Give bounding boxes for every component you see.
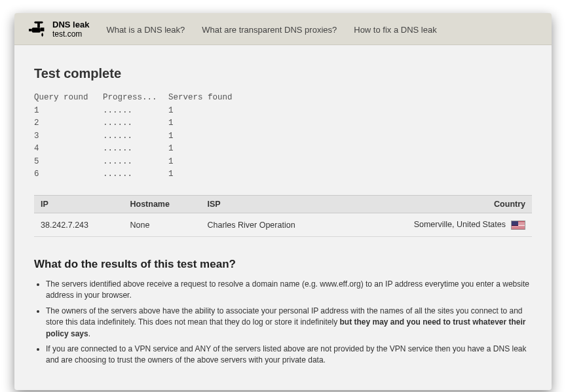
faucet-icon [29,18,48,41]
col-header-found: Servers found [168,93,233,102]
round-servers-found: 1 [168,105,174,117]
table-row: 38.242.7.243NoneCharles River OperationS… [34,213,532,237]
explain-text: The servers identified above receive a r… [46,279,529,300]
progress-row: 3......1 [34,130,532,143]
results-table: IP Hostname ISP Country 38.242.7.243None… [34,195,532,237]
col-header-progress: Progress... [103,93,168,102]
top-nav: DNS leak test.com What is a DNS leak? Wh… [14,13,552,45]
cell-country: Somerville, United States [349,213,532,237]
progress-row: 1......1 [34,105,532,117]
progress-row: 5......1 [34,156,532,168]
round-progress: ...... [103,130,168,143]
th-isp: ISP [201,196,349,213]
flag-icon [511,221,525,230]
cell-hostname: None [123,213,200,237]
list-item: The owners of the servers above have the… [46,306,532,340]
round-number: 5 [34,156,103,168]
progress-row: 2......1 [34,117,532,130]
site-logo[interactable]: DNS leak test.com [29,18,89,41]
svg-rect-3 [37,23,40,28]
progress-row: 6......1 [34,168,532,181]
nav-transparent-proxies[interactable]: What are transparent DNS proxies? [202,25,337,35]
round-number: 4 [34,143,103,155]
round-number: 3 [34,130,103,143]
round-servers-found: 1 [168,130,174,143]
logo-text: DNS leak test.com [52,20,89,38]
progress-header: Query round Progress... Servers found [34,93,532,102]
logo-line2: test.com [52,30,89,39]
svg-rect-2 [41,27,45,31]
th-ip: IP [34,196,123,213]
round-progress: ...... [103,156,168,168]
round-number: 2 [34,117,103,130]
progress-block: Query round Progress... Servers found 1.… [34,93,532,181]
round-servers-found: 1 [168,143,174,155]
results-header-row: IP Hostname ISP Country [34,196,532,213]
round-progress: ...... [103,168,168,181]
list-item: If you are connected to a VPN service an… [46,344,532,366]
explain-list: The servers identified above receive a r… [46,279,532,366]
logo-line1: DNS leak [52,20,89,29]
nav-what-is-dns-leak[interactable]: What is a DNS leak? [106,25,185,35]
round-servers-found: 1 [168,117,174,130]
col-header-round: Query round [34,93,103,102]
svg-rect-0 [29,29,32,31]
cell-isp: Charles River Operation [201,213,349,237]
list-item: The servers identified above receive a r… [46,279,532,302]
country-text: Somerville, United States [414,220,506,229]
nav-how-to-fix[interactable]: How to fix a DNS leak [354,25,436,35]
round-servers-found: 1 [168,168,174,181]
round-progress: ...... [103,117,168,130]
svg-rect-4 [34,22,43,24]
progress-row: 4......1 [34,143,532,155]
test-complete-heading: Test complete [34,66,532,81]
round-progress: ...... [103,143,168,155]
th-hostname: Hostname [123,196,200,213]
explain-text: If you are connected to a VPN service an… [46,344,527,365]
page-card: DNS leak test.com What is a DNS leak? Wh… [14,13,552,390]
round-number: 6 [34,168,103,181]
round-number: 1 [34,105,103,117]
svg-rect-1 [32,27,41,33]
round-progress: ...... [103,105,168,117]
cell-ip: 38.242.7.243 [34,213,123,237]
explain-heading: What do the results of this test mean? [34,258,532,271]
explain-text: . [88,329,90,338]
th-country: Country [349,196,532,213]
page-content: Test complete Query round Progress... Se… [14,45,552,390]
round-servers-found: 1 [168,156,174,168]
